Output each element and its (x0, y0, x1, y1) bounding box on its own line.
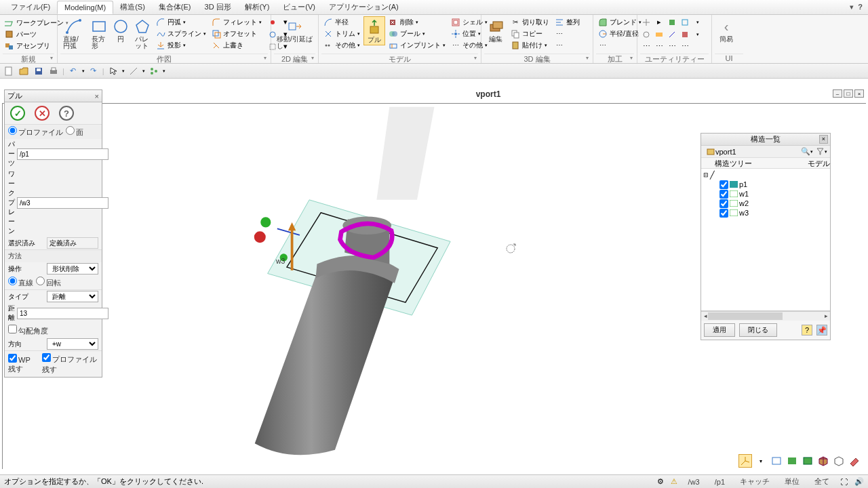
btn-align[interactable]: 整列 (553, 16, 582, 28)
menu-modeling[interactable]: Modeling(M) (57, 1, 113, 14)
input-workplane[interactable] (17, 197, 108, 209)
status-catch[interactable]: キャッチ (736, 476, 774, 487)
btn-proc-x[interactable]: ⋯ (596, 39, 644, 51)
radio-face[interactable]: 面 (66, 126, 83, 138)
select-type[interactable]: 距離 (47, 291, 98, 302)
util-dd2[interactable]: ▾ (692, 28, 704, 40)
status-warn-icon[interactable]: ⚠ (671, 477, 677, 486)
menu-3d[interactable]: 3D 回形 (198, 0, 238, 14)
btn-circle[interactable]: 円 (111, 16, 131, 44)
tree-root-node[interactable]: ⊟╱ (703, 170, 828, 180)
btn-delete[interactable]: 削除▾ (387, 16, 448, 28)
select-operation[interactable]: 形状削除 (47, 263, 98, 274)
hint-icon[interactable]: ? (802, 325, 812, 336)
util-9[interactable]: ⋯ (640, 41, 652, 52)
btn-proj[interactable]: 投影▾ (154, 39, 208, 51)
structure-root[interactable]: vport1 (715, 148, 799, 156)
vt-section[interactable] (848, 454, 861, 468)
util-12[interactable]: ⋯ (679, 41, 691, 52)
panel-close[interactable]: × (95, 92, 99, 100)
menu-application[interactable]: アプリケーション(A) (322, 0, 406, 14)
tree-node-w2[interactable]: w2 (703, 199, 828, 208)
menu-assembly[interactable]: 集合体(E) (152, 0, 198, 14)
qt-print[interactable] (47, 65, 60, 77)
util-1[interactable] (640, 16, 652, 28)
util-7[interactable] (666, 28, 678, 40)
util-4[interactable] (679, 16, 691, 28)
btn-overwrite[interactable]: 上書き (210, 39, 264, 51)
vt-shaded[interactable] (785, 454, 799, 468)
btn-polygon[interactable]: パレット (132, 16, 153, 51)
btn-pull[interactable]: プル (363, 16, 385, 45)
btn-fillet[interactable]: フィレット▾ (210, 16, 264, 28)
filter-icon[interactable] (815, 147, 825, 157)
select-direction[interactable]: +w (47, 338, 98, 350)
util-5[interactable] (640, 28, 652, 40)
ok-button[interactable]: ✓ (10, 106, 25, 121)
btn-spline[interactable]: スプライン▾ (154, 28, 208, 39)
status-unit[interactable]: 単位 (781, 476, 804, 487)
btn-other[interactable]: その他▾ (321, 39, 362, 51)
check-keep-profile[interactable]: プロファイル残す (42, 353, 98, 375)
util-10[interactable]: ⋯ (653, 41, 665, 52)
qt-measure[interactable] (127, 65, 140, 77)
util-8[interactable] (679, 28, 691, 40)
qt-save[interactable] (33, 65, 45, 77)
vt-dd[interactable]: ▾ (754, 454, 768, 468)
btn-bool[interactable]: ブール▾ (387, 28, 448, 39)
menu-analysis[interactable]: 解析(Y) (238, 0, 277, 14)
vt-axis[interactable] (738, 454, 752, 468)
tree-hscroll[interactable]: ◂▸ (701, 311, 830, 321)
tree-node-p1[interactable]: p1 (703, 180, 828, 189)
menu-view[interactable]: ビュー(V) (276, 0, 322, 14)
util-dd1[interactable]: ▾ (692, 16, 704, 28)
radio-line[interactable]: 直線 (8, 277, 33, 288)
btn-edit[interactable]: 編集 (484, 16, 507, 44)
status-part[interactable]: /p1 (711, 478, 729, 486)
tab-model[interactable]: モデル (766, 158, 830, 168)
util-11[interactable]: ⋯ (666, 41, 678, 52)
qt-open[interactable] (18, 65, 30, 77)
btn-raddia[interactable]: 半径/直径 (596, 28, 644, 39)
qt-tree[interactable] (148, 65, 160, 77)
tab-tree[interactable]: 構造ツリー (701, 158, 766, 168)
vt-hidden[interactable] (832, 454, 846, 468)
structure-close[interactable]: × (819, 135, 828, 144)
minimize-ribbon-icon[interactable]: ▾ (850, 3, 854, 12)
status-workplane[interactable]: /w3 (684, 478, 704, 486)
btn-blend[interactable]: ブレンド▾ (596, 16, 644, 28)
qt-undo[interactable]: ↶ (67, 65, 79, 77)
tree-node-w3[interactable]: w3 (703, 208, 828, 218)
btn-3d-y[interactable]: ⋯ (553, 39, 582, 51)
btn-move[interactable]: 移動/引延ばし (274, 16, 315, 51)
btn-cut[interactable]: ✂切り取り (509, 16, 551, 28)
tree-node-w1[interactable]: w1 (703, 189, 828, 199)
vt-iso[interactable] (816, 454, 830, 468)
btn-imprint[interactable]: インプリント▾ (387, 39, 448, 51)
btn-simple-ui[interactable]: ‹簡易 (715, 16, 738, 44)
input-distance[interactable] (17, 308, 108, 319)
check-gradient[interactable]: 勾配角度 (8, 325, 48, 336)
btn-trim[interactable]: トリム▾ (321, 28, 362, 39)
vp-minimize[interactable]: – (833, 89, 842, 98)
qt-new[interactable] (3, 65, 15, 77)
util-2[interactable]: ▸ (653, 16, 665, 28)
btn-rect[interactable]: 長方形 (89, 16, 109, 51)
btn-radius[interactable]: 半径 (321, 16, 362, 28)
menu-structure[interactable]: 構造(S) (113, 0, 152, 14)
vt-wireframe[interactable] (770, 454, 783, 468)
vt-shaded-edges[interactable] (801, 454, 814, 468)
status-gear-icon[interactable]: ⚙ (657, 477, 664, 486)
help-button[interactable]: ? (59, 106, 74, 121)
structure-tree[interactable]: ⊟╱ p1 w1 w2 w3 (701, 169, 830, 311)
qt-select[interactable] (107, 65, 119, 77)
menu-file[interactable]: ファイル(F) (4, 0, 57, 14)
vp-close[interactable]: × (854, 89, 864, 98)
btn-offset[interactable]: オフセット (210, 28, 264, 39)
find-icon[interactable]: 🔍 (801, 147, 810, 157)
btn-line[interactable]: 直線/円弧 (60, 16, 87, 51)
btn-paste[interactable]: 貼付け▾ (509, 39, 551, 51)
help-icon[interactable]: ? (858, 3, 863, 12)
btn-3d-x[interactable]: ⋯ (553, 28, 582, 39)
status-fit-icon[interactable]: ⛶ (840, 478, 848, 486)
